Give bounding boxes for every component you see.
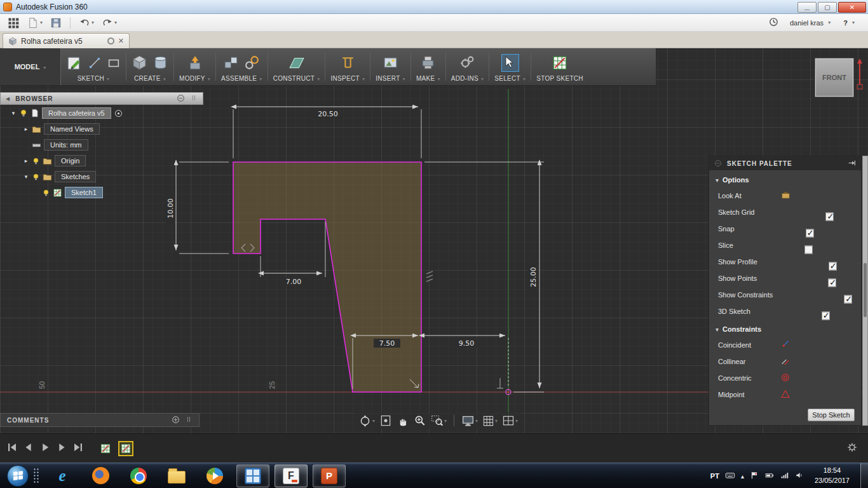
apps-grid-button[interactable] bbox=[5, 15, 22, 30]
timeline-next-button[interactable] bbox=[56, 442, 67, 455]
stop-sketch-button[interactable]: STOP SKETCH bbox=[536, 75, 583, 82]
pan-button[interactable] bbox=[397, 414, 409, 427]
file-menu-button[interactable] bbox=[25, 16, 44, 30]
minimize-button[interactable] bbox=[797, 2, 817, 13]
collinear-constraint-icon[interactable] bbox=[780, 356, 790, 367]
show-hidden-icons-button[interactable] bbox=[741, 472, 744, 480]
browser-item-origin[interactable]: Origin bbox=[55, 155, 86, 166]
insert-image-icon[interactable] bbox=[383, 55, 398, 71]
workspace-selector[interactable]: MODEL bbox=[0, 48, 61, 85]
visibility-bulb-icon[interactable] bbox=[42, 189, 50, 197]
show-desktop-button[interactable] bbox=[860, 463, 868, 488]
create-cylinder-icon[interactable] bbox=[153, 55, 168, 71]
select-cursor-icon[interactable] bbox=[503, 55, 518, 71]
browser-item-root[interactable]: Rolha cafeteira v5 bbox=[42, 107, 111, 119]
browser-item-sketch1[interactable]: Sketch1 bbox=[65, 187, 103, 198]
timeline-previous-button[interactable] bbox=[23, 442, 34, 455]
ribbon-tab-modify[interactable]: MODIFY bbox=[179, 75, 210, 82]
line-tool-icon[interactable] bbox=[88, 56, 102, 70]
language-indicator[interactable]: PT bbox=[710, 472, 719, 480]
new-component-icon[interactable] bbox=[223, 55, 239, 71]
addins-gears-icon[interactable] bbox=[459, 55, 475, 71]
browser-row-root[interactable]: Rolha cafeteira v5 bbox=[0, 105, 203, 121]
rectangle-tool-icon[interactable] bbox=[107, 56, 121, 70]
action-center-flag-icon[interactable] bbox=[750, 471, 759, 481]
show-points-checkbox[interactable] bbox=[828, 278, 836, 287]
sketch-grid-checkbox[interactable] bbox=[825, 212, 834, 220]
expander-icon[interactable] bbox=[23, 126, 29, 132]
taskbar-firefox[interactable] bbox=[84, 464, 117, 487]
scrollbar-thumb[interactable] bbox=[864, 263, 867, 317]
browser-item-named-views[interactable]: Named Views bbox=[44, 123, 100, 135]
ribbon-tab-construct[interactable]: CONSTRUCT bbox=[273, 75, 320, 82]
ribbon-tab-addins[interactable]: ADD-INS bbox=[451, 75, 484, 82]
undo-button[interactable] bbox=[77, 16, 96, 30]
snap-checkbox[interactable] bbox=[806, 229, 814, 237]
3d-sketch-checkbox[interactable] bbox=[822, 311, 830, 320]
joint-icon[interactable] bbox=[244, 55, 260, 71]
browser-item-sketches[interactable]: Sketches bbox=[55, 171, 96, 182]
browser-row-units[interactable]: Units: mm bbox=[0, 137, 203, 152]
activate-component-icon[interactable] bbox=[114, 109, 123, 118]
measure-icon[interactable] bbox=[340, 55, 356, 71]
panel-handle-icon[interactable] bbox=[185, 416, 193, 424]
look-at-button[interactable] bbox=[780, 191, 791, 201]
press-pull-icon[interactable] bbox=[187, 55, 203, 71]
taskbar-powerpoint[interactable] bbox=[313, 464, 346, 487]
timeline-feature-sketch-active[interactable] bbox=[118, 441, 133, 456]
ribbon-tab-insert[interactable]: INSERT bbox=[376, 75, 405, 82]
visibility-bulb-icon[interactable] bbox=[32, 173, 40, 181]
visibility-bulb-icon[interactable] bbox=[19, 109, 28, 118]
dock-pin-icon[interactable] bbox=[848, 159, 856, 168]
close-button[interactable] bbox=[838, 2, 866, 13]
construct-plane-icon[interactable] bbox=[288, 55, 305, 71]
browser-row-named-views[interactable]: Named Views bbox=[0, 121, 203, 137]
volume-icon[interactable] bbox=[795, 471, 804, 481]
ribbon-tab-select[interactable]: SELECT bbox=[494, 75, 526, 82]
display-settings-button[interactable] bbox=[461, 414, 478, 428]
palette-section-constraints[interactable]: Constraints bbox=[709, 322, 861, 337]
zoom-button[interactable] bbox=[414, 414, 426, 427]
maximize-button[interactable] bbox=[818, 2, 837, 13]
visibility-bulb-icon[interactable] bbox=[32, 157, 40, 165]
timeline-play-button[interactable] bbox=[39, 442, 51, 455]
palette-scrollbar[interactable] bbox=[862, 156, 868, 426]
concentric-constraint-icon[interactable] bbox=[780, 372, 790, 384]
ribbon-tab-inspect[interactable]: INSPECT bbox=[330, 75, 365, 82]
ribbon-tab-assemble[interactable]: ASSEMBLE bbox=[221, 75, 262, 82]
start-button[interactable] bbox=[7, 465, 29, 487]
viewcube-face-label[interactable]: FRONT bbox=[822, 74, 846, 81]
show-constraints-checkbox[interactable] bbox=[844, 295, 852, 303]
panel-handle-icon[interactable] bbox=[190, 94, 198, 103]
taskbar-blue-app[interactable] bbox=[236, 464, 269, 487]
save-button[interactable] bbox=[48, 16, 64, 30]
expander-icon[interactable] bbox=[10, 110, 17, 116]
browser-row-sketch1[interactable]: Sketch1 bbox=[0, 185, 203, 200]
ribbon-tab-make[interactable]: MAKE bbox=[416, 75, 440, 82]
timeline-feature-sketch[interactable] bbox=[98, 441, 113, 456]
timeline-settings-gear-icon[interactable] bbox=[846, 442, 862, 455]
taskbar-internet-explorer[interactable] bbox=[46, 464, 79, 487]
expander-icon[interactable] bbox=[23, 173, 29, 180]
browser-row-origin[interactable]: Origin bbox=[0, 153, 203, 168]
timeline-go-to-start-button[interactable] bbox=[6, 442, 18, 455]
timeline-go-to-end-button[interactable] bbox=[72, 442, 84, 455]
show-profile-checkbox[interactable] bbox=[829, 262, 837, 270]
expander-icon[interactable] bbox=[23, 158, 29, 164]
document-tab[interactable]: Rolha cafeteira v5 bbox=[3, 33, 130, 48]
taskbar-media-player[interactable] bbox=[198, 464, 231, 487]
close-tab-icon[interactable] bbox=[118, 37, 124, 45]
keyboard-layout-icon[interactable] bbox=[725, 470, 735, 482]
minimize-panel-icon[interactable] bbox=[177, 94, 185, 104]
palette-section-options[interactable]: Options bbox=[709, 172, 861, 187]
make-3dprint-icon[interactable] bbox=[420, 55, 436, 71]
sync-status-icon[interactable] bbox=[768, 17, 779, 29]
battery-icon[interactable] bbox=[764, 471, 775, 481]
viewcube[interactable]: FRONT bbox=[815, 58, 853, 97]
look-at-button[interactable] bbox=[379, 414, 392, 427]
user-menu[interactable]: daniel kras bbox=[788, 18, 832, 28]
grid-settings-button[interactable] bbox=[482, 415, 498, 427]
ribbon-tab-sketch[interactable]: SKETCH bbox=[78, 75, 110, 82]
zoom-window-button[interactable] bbox=[431, 414, 447, 427]
browser-row-sketches[interactable]: Sketches bbox=[0, 169, 203, 184]
